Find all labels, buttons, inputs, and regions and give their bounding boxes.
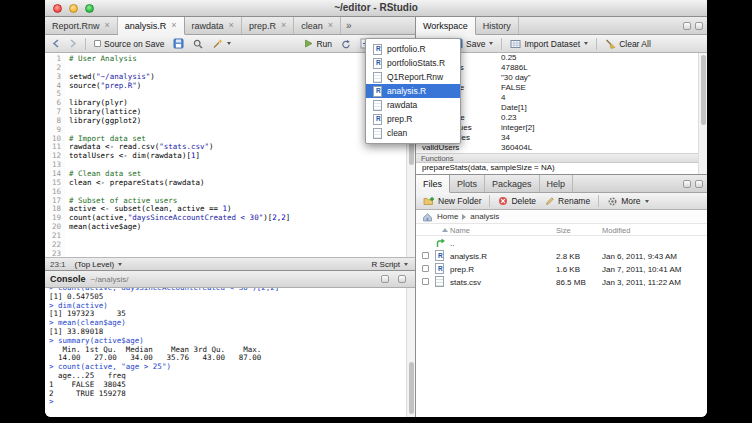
sort-ascending-icon[interactable] (442, 228, 448, 232)
file-menu-item-label: portfolioStats.R (387, 58, 445, 68)
code-editor[interactable]: 1234567891011121314151617181920212223 # … (45, 53, 415, 257)
variable-value: FALSE (501, 83, 695, 93)
editor-statusbar: 23:1 (Top Level) R Script (45, 257, 415, 270)
more-label: More (621, 196, 640, 206)
maximize-console-pane-icon[interactable] (398, 275, 406, 283)
console-scrollbar-thumb[interactable] (409, 362, 414, 414)
variable-value: 360404L (501, 143, 695, 153)
source-tab-clean[interactable]: clean× (294, 17, 341, 34)
files-tabbar: FilesPlotsPackagesHelp (416, 175, 707, 193)
code-text[interactable]: # User Analysis setwd("~/analysis")sourc… (69, 55, 406, 257)
chevron-down-icon (645, 200, 649, 203)
file-menu-item-prep-r[interactable]: Rprep.R (366, 112, 460, 126)
zoom-icon[interactable] (85, 4, 94, 13)
file-menu-item-portfolio-r[interactable]: Rportfolio.R (366, 42, 460, 56)
tab-label: prep.R (249, 21, 276, 31)
file-row-analysis-r[interactable]: Ranalysis.R2.8 KBJan 6, 2011, 9:43 AM (416, 249, 707, 262)
breadcrumb-folder[interactable]: analysis (470, 212, 499, 221)
close-icon[interactable] (53, 4, 62, 13)
code-tools-button[interactable] (209, 37, 234, 50)
tab-label: History (483, 21, 511, 31)
editor-toolbar: Source on Save Run (45, 35, 415, 53)
column-size[interactable]: Size (556, 226, 571, 235)
workspace-function-row[interactable]: prepareStats(data, sampleSize = NA) (416, 163, 707, 173)
source-tab-prep-r[interactable]: prep.R× (242, 17, 294, 34)
file-row-prep-r[interactable]: Rprep.R1.6 KBJan 7, 2011, 10:41 AM (416, 262, 707, 275)
variable-value: integer[2] (501, 123, 695, 133)
new-folder-button[interactable]: New Folder (420, 195, 484, 207)
variable-value: 0.25 (501, 53, 695, 63)
file-checkbox[interactable] (422, 252, 429, 259)
close-tab-icon[interactable]: × (105, 21, 110, 30)
tab-packages[interactable]: Packages (485, 175, 540, 192)
column-modified[interactable]: Modified (602, 226, 630, 235)
delete-button[interactable]: Delete (495, 195, 539, 207)
tab-overflow-button[interactable]: » (341, 20, 357, 31)
tab-plots[interactable]: Plots (450, 175, 485, 192)
file-menu-item-clean[interactable]: clean (366, 126, 460, 140)
file-name: analysis.R (450, 252, 487, 261)
source-tab-analysis-r[interactable]: analysis.R× (118, 17, 185, 35)
tab-label: Help (547, 179, 566, 189)
close-tab-icon[interactable]: × (328, 21, 333, 30)
file-menu-item-q1report-rnw[interactable]: Q1Report.Rnw (366, 70, 460, 84)
clear-all-icon (605, 38, 616, 49)
file-checkbox[interactable] (422, 265, 429, 272)
variable-name: validUsers (422, 143, 498, 153)
tab-files[interactable]: Files (416, 175, 450, 193)
maximize-files-pane-icon[interactable] (695, 180, 703, 188)
source-on-save-label: Source on Save (104, 39, 164, 49)
close-tab-icon[interactable]: × (281, 21, 286, 30)
rerun-button[interactable] (338, 38, 354, 50)
r-file-icon: R (373, 114, 382, 125)
workspace-scrollbar-thumb[interactable] (701, 55, 706, 125)
minimize-files-pane-icon[interactable] (683, 180, 691, 188)
variable-value: Date[1] (501, 103, 695, 113)
console-output[interactable]: > count(active,"daysSinceAccountCreated … (45, 288, 406, 417)
file-menu-item-portfoliostats-r[interactable]: RportfolioStats.R (366, 56, 460, 70)
variable-value: 34 (501, 133, 695, 143)
chevron-down-icon (584, 42, 588, 45)
window-titlebar[interactable]: ~/editor - RStudio (45, 0, 707, 17)
scope-selector[interactable]: (Top Level) (73, 260, 125, 269)
file-menu-item-analysis-r[interactable]: Ranalysis.R (366, 84, 460, 98)
more-button[interactable]: More (604, 195, 651, 208)
source-on-save-toggle[interactable]: Source on Save (91, 38, 167, 50)
back-icon (52, 39, 60, 48)
minimize-workspace-pane-icon[interactable] (683, 22, 691, 30)
source-on-save-checkbox[interactable] (94, 40, 101, 47)
column-name[interactable]: Name (450, 226, 470, 235)
file-row-stats-csv[interactable]: stats.csv86.5 MBJan 3, 2011, 11:22 AM (416, 275, 707, 288)
rename-button[interactable]: Rename (542, 195, 593, 207)
source-tab-report-rnw[interactable]: Report.Rnw× (45, 17, 118, 34)
clear-all-button[interactable]: Clear All (602, 37, 654, 50)
file-checkbox[interactable] (422, 278, 429, 285)
file-size: 1.6 KB (556, 265, 580, 274)
maximize-workspace-pane-icon[interactable] (695, 22, 703, 30)
breadcrumb-separator-icon (462, 214, 466, 220)
file-type-selector[interactable]: R Script (370, 260, 410, 269)
source-tab-rawdata[interactable]: rawdata× (185, 17, 242, 34)
forward-button[interactable] (66, 38, 80, 49)
save-button[interactable] (170, 37, 187, 50)
run-button[interactable]: Run (301, 38, 335, 50)
workspace-tabbar: WorkspaceHistory (416, 17, 707, 35)
breadcrumb-home[interactable]: Home (437, 212, 458, 221)
close-tab-icon[interactable]: × (171, 21, 176, 30)
tab-help[interactable]: Help (540, 175, 574, 192)
close-tab-icon[interactable]: × (229, 21, 234, 30)
console-scrollbar[interactable] (406, 288, 415, 417)
file-menu-item-rawdata[interactable]: rawdata (366, 98, 460, 112)
plain-file-icon (373, 100, 382, 111)
minimize-console-pane-icon[interactable] (381, 275, 389, 283)
minimize-icon[interactable] (69, 4, 78, 13)
functions-section-header: Functions (416, 153, 707, 163)
import-dataset-button[interactable]: Import Dataset (507, 38, 591, 50)
find-replace-button[interactable] (190, 38, 206, 50)
tab-history[interactable]: History (476, 17, 519, 34)
tab-workspace[interactable]: Workspace (416, 17, 476, 35)
workspace-scrollbar[interactable] (698, 53, 707, 174)
back-button[interactable] (49, 38, 63, 49)
parent-directory-row[interactable]: .. (416, 236, 707, 249)
workspace-value-row[interactable]: validUsers360404L (416, 143, 707, 153)
